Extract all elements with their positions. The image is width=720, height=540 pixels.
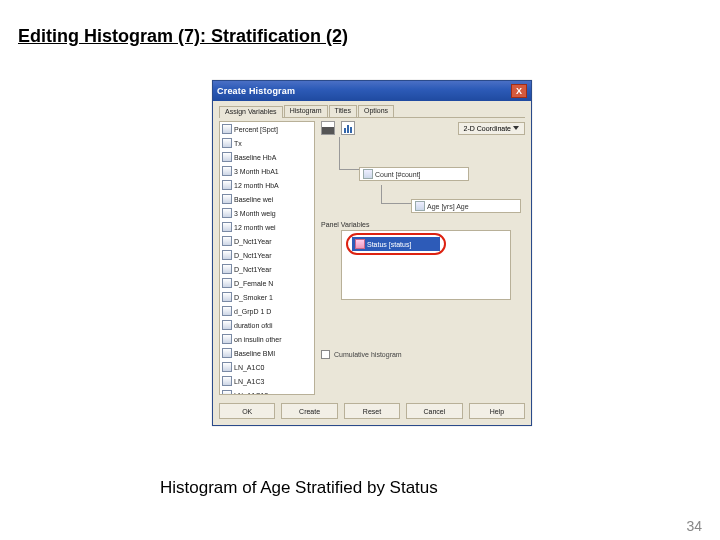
connector-line xyxy=(339,169,359,170)
variable-icon xyxy=(222,362,232,372)
slide-caption: Histogram of Age Stratified by Status xyxy=(160,478,438,498)
series-glyph-icon xyxy=(341,121,355,135)
tab-options[interactable]: Options xyxy=(358,105,394,117)
list-item[interactable]: D_Nct1Year xyxy=(220,262,314,276)
list-item[interactable]: D_Smoker 1 xyxy=(220,290,314,304)
variable-icon xyxy=(363,169,373,179)
page-number: 34 xyxy=(686,518,702,534)
list-item[interactable]: 3 Month HbA1 xyxy=(220,164,314,178)
help-button[interactable]: Help xyxy=(469,403,525,419)
variable-icon xyxy=(222,376,232,386)
list-item[interactable]: D_Female N xyxy=(220,276,314,290)
variable-icon xyxy=(222,208,232,218)
list-item[interactable]: duration ofdi xyxy=(220,318,314,332)
list-item[interactable]: LN_A1C0 xyxy=(220,360,314,374)
count-dropzone[interactable]: Count [#count] xyxy=(359,167,469,181)
dialog-button-row: OK Create Reset Cancel Help xyxy=(219,403,525,419)
cumulative-label: Cumulative histogram xyxy=(334,351,402,358)
create-histogram-dialog: Create Histogram X Assign Variables Hist… xyxy=(212,80,532,426)
list-item[interactable]: LN_A1C3 xyxy=(220,374,314,388)
list-item[interactable]: 12 month wei xyxy=(220,220,314,234)
variable-icon xyxy=(222,180,232,190)
panel-variables-dropzone[interactable]: Status [status] xyxy=(341,230,511,300)
coordinate-dropdown[interactable]: 2-D Coordinate xyxy=(458,122,525,135)
status-variable-chip[interactable]: Status [status] xyxy=(352,237,440,251)
variable-icon xyxy=(222,194,232,204)
slide-title: Editing Histogram (7): Stratification (2… xyxy=(18,26,348,47)
variable-icon xyxy=(222,348,232,358)
variable-icon xyxy=(222,250,232,260)
cumulative-checkbox[interactable] xyxy=(321,350,330,359)
bar-glyph-icon xyxy=(321,121,335,135)
variable-icon xyxy=(222,292,232,302)
age-dropzone[interactable]: Age [yrs] Age xyxy=(411,199,521,213)
cancel-button[interactable]: Cancel xyxy=(406,403,462,419)
variable-icon xyxy=(415,201,425,211)
variable-icon xyxy=(222,166,232,176)
tab-strip: Assign Variables Histogram Titles Option… xyxy=(219,105,525,118)
list-item[interactable]: LN_A1C12 xyxy=(220,388,314,395)
list-item[interactable]: d_GrpD 1 D xyxy=(220,304,314,318)
connector-line xyxy=(381,185,382,203)
list-item[interactable]: D_Nct1Year xyxy=(220,234,314,248)
chevron-down-icon xyxy=(513,126,519,130)
variable-icon xyxy=(222,306,232,316)
reset-button[interactable]: Reset xyxy=(344,403,400,419)
titlebar[interactable]: Create Histogram X xyxy=(213,81,531,101)
create-button[interactable]: Create xyxy=(281,403,337,419)
connector-line xyxy=(339,137,340,169)
ok-button[interactable]: OK xyxy=(219,403,275,419)
tab-titles[interactable]: Titles xyxy=(329,105,357,117)
variable-icon xyxy=(355,239,365,249)
list-item[interactable]: 3 Month weig xyxy=(220,206,314,220)
tab-assign-variables[interactable]: Assign Variables xyxy=(219,106,283,118)
variable-icon xyxy=(222,278,232,288)
variable-list[interactable]: Percent [Spct] Tx Baseline HbA 3 Month H… xyxy=(219,121,315,395)
variable-icon xyxy=(222,264,232,274)
list-item[interactable]: on insulin other xyxy=(220,332,314,346)
list-item[interactable]: Baseline wei xyxy=(220,192,314,206)
tab-histogram[interactable]: Histogram xyxy=(284,105,328,117)
variable-icon xyxy=(222,390,232,395)
dialog-title: Create Histogram xyxy=(217,86,511,96)
list-item[interactable]: Tx xyxy=(220,136,314,150)
list-item[interactable]: 12 month HbA xyxy=(220,178,314,192)
variable-icon xyxy=(222,334,232,344)
list-item[interactable]: D_Nct1Year xyxy=(220,248,314,262)
variable-icon xyxy=(222,236,232,246)
panel-variables-label: Panel Variables xyxy=(321,221,525,228)
variable-icon xyxy=(222,152,232,162)
list-item[interactable]: Baseline HbA xyxy=(220,150,314,164)
variable-icon xyxy=(222,320,232,330)
close-button[interactable]: X xyxy=(511,84,527,98)
variable-icon xyxy=(222,222,232,232)
variable-icon xyxy=(222,138,232,148)
variable-icon xyxy=(222,124,232,134)
list-item[interactable]: Baseline BMI xyxy=(220,346,314,360)
assign-variables-panel: Percent [Spct] Tx Baseline HbA 3 Month H… xyxy=(219,119,525,397)
connector-line xyxy=(381,203,411,204)
list-item[interactable]: Percent [Spct] xyxy=(220,122,314,136)
